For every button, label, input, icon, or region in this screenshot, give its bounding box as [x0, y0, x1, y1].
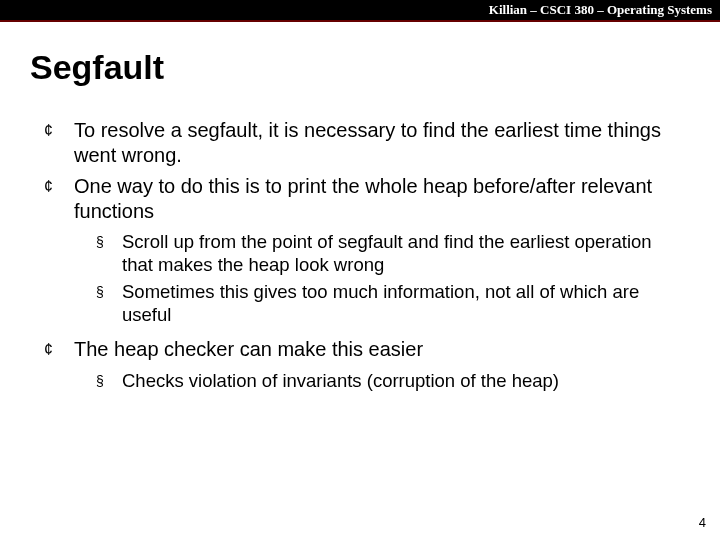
bullet-square-icon: §: [96, 230, 122, 276]
bullet-text: Sometimes this gives too much informatio…: [122, 280, 684, 326]
list-item: ¢ The heap checker can make this easier: [44, 337, 684, 363]
list-item: ¢ To resolve a segfault, it is necessary…: [44, 118, 684, 168]
bullet-text: To resolve a segfault, it is necessary t…: [74, 118, 684, 168]
bullet-circle-icon: ¢: [44, 174, 74, 224]
bullet-circle-icon: ¢: [44, 118, 74, 168]
bullet-text: One way to do this is to print the whole…: [74, 174, 684, 224]
header-divider: [0, 20, 720, 22]
list-item: ¢ One way to do this is to print the who…: [44, 174, 684, 224]
bullet-text: Checks violation of invariants (corrupti…: [122, 369, 684, 393]
header-text: Killian – CSCI 380 – Operating Systems: [489, 0, 712, 20]
page-number: 4: [699, 515, 706, 530]
bullet-text: The heap checker can make this easier: [74, 337, 684, 363]
list-item: § Scroll up from the point of segfault a…: [96, 230, 684, 276]
slide-title: Segfault: [30, 48, 164, 87]
header-bar: Killian – CSCI 380 – Operating Systems: [0, 0, 720, 20]
bullet-square-icon: §: [96, 280, 122, 326]
bullet-square-icon: §: [96, 369, 122, 393]
bullet-text: Scroll up from the point of segfault and…: [122, 230, 684, 276]
list-item: § Sometimes this gives too much informat…: [96, 280, 684, 326]
slide-body: ¢ To resolve a segfault, it is necessary…: [44, 118, 684, 397]
list-item: § Checks violation of invariants (corrup…: [96, 369, 684, 393]
slide: Killian – CSCI 380 – Operating Systems S…: [0, 0, 720, 540]
bullet-circle-icon: ¢: [44, 337, 74, 363]
